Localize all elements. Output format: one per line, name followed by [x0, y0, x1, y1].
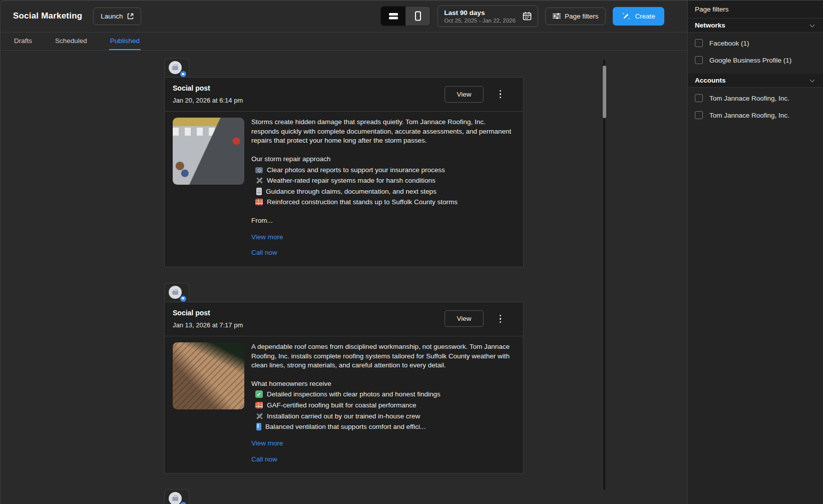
kebab-menu-icon[interactable]	[497, 88, 505, 101]
bullet-text: Clear photos and reports to support your…	[267, 166, 515, 175]
feed-scrollbar-track[interactable]	[603, 60, 605, 490]
header-controls: Last 90 days Oct 25, 2025 - Jan 22, 2026	[380, 6, 664, 27]
post-bullet: GAF-certified roofing built for coastal …	[251, 401, 515, 410]
filter-label: Tom Jannace Roofing, Inc.	[709, 95, 789, 102]
chevron-down-icon	[810, 77, 815, 82]
sidebar-title: Page filters	[688, 0, 823, 19]
chevron-down-icon	[810, 22, 815, 27]
tools-icon	[255, 412, 263, 420]
bullet-text: Guidance through claims, documentation, …	[266, 187, 515, 197]
post-paragraph: A dependable roof comes from disciplined…	[251, 342, 515, 370]
post-bullet: Guidance through claims, documentation, …	[251, 187, 515, 197]
sidebar-section-label: Networks	[695, 22, 810, 29]
bullet-text: GAF-certified roofing built for coastal …	[267, 401, 515, 410]
post-text: A dependable roof comes from disciplined…	[251, 342, 515, 464]
page-filters-button[interactable]: Page filters	[545, 8, 606, 25]
filter-checkbox[interactable]	[695, 56, 703, 64]
network-badge-icon	[180, 501, 187, 504]
filter-row-tom-jannace-roofing-inc[interactable]: Tom Jannace Roofing, Inc.	[688, 90, 823, 107]
filter-row-tom-jannace-roofing-inc[interactable]: Tom Jannace Roofing, Inc.	[688, 107, 823, 124]
filter-checkbox[interactable]	[695, 94, 703, 102]
post-card: Social post Jan 13, 2026 at 7:17 pm View…	[164, 302, 524, 473]
post-timestamp: Jan 13, 2026 at 7:17 pm	[173, 321, 445, 329]
app-header: Social Marketing Launch	[0, 0, 687, 33]
filter-checkbox[interactable]	[695, 111, 703, 119]
call-now-link[interactable]: Call now	[251, 248, 515, 258]
network-badge-icon	[180, 71, 187, 78]
post-links: View moreCall now	[251, 439, 515, 464]
main-area: Social Marketing Launch	[0, 0, 687, 504]
tab-scheduled[interactable]: Scheduled	[54, 33, 88, 50]
filter-checkbox[interactable]	[695, 39, 703, 47]
view-button[interactable]: View	[445, 86, 483, 103]
page-title: Social Marketing	[13, 11, 82, 21]
post-item: Social post Jan 13, 2026 at 7:17 pm View…	[164, 283, 524, 481]
post-bullet: Installation carried out by our trained …	[251, 412, 515, 421]
post-header: Social post Jan 13, 2026 at 7:17 pm View	[165, 302, 523, 336]
tools-icon	[255, 177, 263, 184]
post-body: Storms create hidden damage that spreads…	[165, 111, 523, 267]
kebab-menu-icon[interactable]	[497, 313, 505, 325]
date-range-label: Last 90 days	[444, 9, 516, 17]
launch-button[interactable]: Launch	[93, 8, 141, 25]
post-feed: Social post Jan 20, 2026 at 6:14 pm View…	[164, 51, 524, 504]
bullet-text: Balanced ventilation that supports comfo…	[265, 422, 515, 432]
date-range-button[interactable]: Last 90 days Oct 25, 2025 - Jan 22, 2026	[438, 6, 538, 27]
network-badge-icon	[180, 295, 187, 302]
vent-icon	[256, 423, 261, 430]
tab-published[interactable]: Published	[109, 33, 141, 50]
mobile-view-toggle[interactable]	[405, 7, 430, 26]
post-list-heading: Our storm repair approach	[251, 155, 515, 164]
bullet-text: Weather-rated repair systems made for ha…	[267, 176, 515, 186]
post-header: Social post Jan 20, 2026 at 6:14 pm View	[165, 78, 523, 111]
post-account-tile[interactable]	[164, 283, 189, 302]
bullet-text: Reinforced construction that stands up t…	[267, 198, 515, 207]
filter-row-facebook-1[interactable]: Facebook (1)	[688, 35, 823, 52]
create-pencil-icon	[622, 12, 630, 21]
post-timestamp: Jan 20, 2026 at 6:14 pm	[173, 97, 445, 104]
post-links: View moreCall now	[251, 233, 515, 258]
filter-row-google-business-profile-1[interactable]: Google Business Profile (1)	[688, 52, 823, 69]
filter-label: Facebook (1)	[709, 40, 749, 47]
tab-drafts[interactable]: Drafts	[13, 33, 33, 50]
sidebar-section-accounts[interactable]: Accounts	[688, 74, 823, 88]
post-bullets: Detailed inspections with clear photos a…	[251, 390, 515, 432]
post-item: Social post Jan 06, 2026 at 7:39 pm View	[164, 489, 524, 504]
post-account-tile[interactable]	[164, 489, 189, 504]
post-bullets: Clear photos and reports to support your…	[251, 166, 515, 208]
post-text: Storms create hidden damage that spreads…	[251, 118, 515, 258]
tab-label: Published	[110, 37, 140, 45]
sliders-icon	[553, 13, 561, 20]
brick-icon	[255, 402, 263, 408]
sidebar-section-rows: Facebook (1) Google Business Profile (1)	[688, 33, 823, 74]
sidebar-section-label: Accounts	[695, 77, 810, 84]
post-image	[173, 118, 244, 185]
account-avatar	[169, 492, 182, 504]
tab-label: Scheduled	[55, 37, 87, 45]
post-paragraph: Storms create hidden damage that spreads…	[251, 118, 515, 146]
view-more-link[interactable]: View more	[251, 439, 515, 448]
bullet-text: Detailed inspections with clear photos a…	[267, 390, 515, 399]
list-view-toggle[interactable]	[381, 7, 405, 26]
tab-label: Drafts	[14, 37, 32, 45]
post-image	[173, 342, 244, 409]
post-trailing-text: From...	[251, 216, 515, 226]
view-mode-toggle	[380, 6, 431, 26]
post-bullet: Reinforced construction that stands up t…	[251, 198, 515, 207]
list-view-icon	[389, 13, 398, 20]
feed-scrollbar-thumb[interactable]	[603, 66, 606, 118]
brick-icon	[255, 199, 263, 205]
filter-label: Google Business Profile (1)	[709, 57, 791, 64]
view-more-link[interactable]: View more	[251, 233, 515, 242]
page-filters-button-label: Page filters	[565, 13, 599, 20]
sidebar-section-rows: Tom Jannace Roofing, Inc. Tom Jannace Ro…	[688, 88, 823, 129]
sidebar-section-networks[interactable]: Networks	[688, 19, 823, 33]
post-type-label: Social post	[173, 309, 445, 317]
post-type-label: Social post	[173, 84, 445, 92]
call-now-link[interactable]: Call now	[251, 455, 515, 464]
post-bullet: Detailed inspections with clear photos a…	[251, 390, 515, 399]
post-account-tile[interactable]	[164, 58, 189, 77]
camera-icon	[255, 167, 263, 173]
create-button[interactable]: Create	[613, 7, 664, 26]
view-button[interactable]: View	[445, 310, 483, 327]
